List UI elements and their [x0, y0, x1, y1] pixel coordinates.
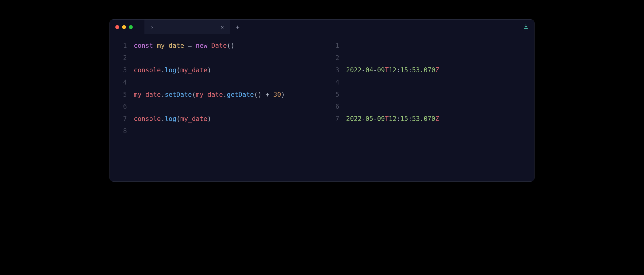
new-tab-button[interactable]: + [230, 20, 245, 34]
close-window-button[interactable] [115, 25, 119, 29]
code-line: 3console.log(my_date) [110, 64, 322, 77]
line-number: 2 [328, 52, 339, 64]
code-line: 8 [110, 125, 322, 138]
code-content [134, 125, 138, 138]
line-number: 7 [328, 113, 339, 125]
minimize-window-button[interactable] [122, 25, 126, 29]
tab-title: › [151, 24, 154, 30]
code-content: my_date.setDate(my_date.getDate() + 30) [134, 89, 285, 101]
output-content: 2022-04-09T12:15:53.070Z [346, 64, 439, 77]
output-line: 72022-05-09T12:15:53.070Z [322, 113, 535, 125]
code-line: 6 [110, 101, 322, 113]
download-icon[interactable] [523, 24, 529, 30]
output-line: 32022-04-09T12:15:53.070Z [322, 64, 535, 77]
output-content [346, 89, 350, 101]
code-line: 4 [110, 77, 322, 89]
line-number: 1 [328, 40, 339, 52]
output-line: 5 [322, 89, 535, 101]
line-number: 3 [115, 64, 127, 77]
editor-area: 1const my_date = new Date()2 3console.lo… [110, 34, 534, 181]
output-line: 1 [322, 40, 535, 52]
line-number: 2 [115, 52, 127, 64]
output-line: 4 [322, 77, 535, 89]
output-line: 2 [322, 52, 535, 64]
code-content [134, 77, 138, 89]
output-line: 6 [322, 101, 535, 113]
terminal-window: › × + 1const my_date = new Date()2 3cons… [109, 19, 535, 182]
code-pane[interactable]: 1const my_date = new Date()2 3console.lo… [110, 34, 322, 181]
output-pane: 1 2 32022-04-09T12:15:53.070Z4 5 6 72022… [322, 34, 535, 181]
code-content [134, 101, 138, 113]
output-content [346, 52, 350, 64]
line-number: 4 [328, 77, 339, 89]
line-number: 7 [115, 113, 127, 125]
code-line: 7console.log(my_date) [110, 113, 322, 125]
tab-active[interactable]: › × [144, 20, 230, 34]
tab-bar: › × + [144, 20, 245, 34]
code-line: 5my_date.setDate(my_date.getDate() + 30) [110, 89, 322, 101]
line-number: 6 [328, 101, 339, 113]
code-line: 2 [110, 52, 322, 64]
plus-icon: + [236, 23, 240, 31]
code-content [134, 52, 138, 64]
output-content [346, 101, 350, 113]
line-number: 1 [115, 40, 127, 52]
titlebar: › × + [110, 20, 534, 34]
code-content: console.log(my_date) [134, 64, 211, 77]
line-number: 8 [115, 125, 127, 138]
maximize-window-button[interactable] [129, 25, 133, 29]
line-number: 3 [328, 64, 339, 77]
code-line: 1const my_date = new Date() [110, 40, 322, 52]
line-number: 5 [328, 89, 339, 101]
code-content: const my_date = new Date() [134, 40, 235, 52]
window-controls [110, 25, 133, 29]
line-number: 4 [115, 77, 127, 89]
output-content [346, 40, 350, 52]
line-number: 6 [115, 101, 127, 113]
code-content: console.log(my_date) [134, 113, 211, 125]
close-tab-icon[interactable]: × [220, 24, 224, 30]
output-content [346, 77, 350, 89]
output-content: 2022-05-09T12:15:53.070Z [346, 113, 439, 125]
line-number: 5 [115, 89, 127, 101]
